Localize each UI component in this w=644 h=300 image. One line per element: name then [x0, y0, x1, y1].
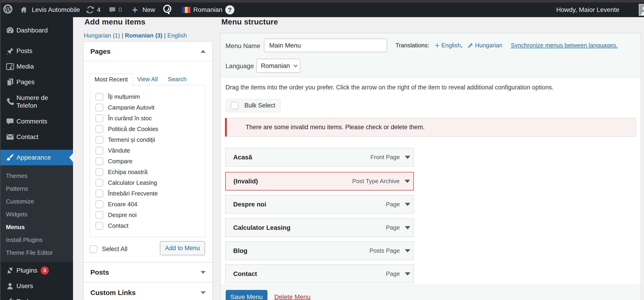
menu-card-footer: Save Menu Delete Menu [221, 285, 641, 300]
avatar[interactable] [639, 3, 644, 17]
updates-icon [86, 6, 94, 14]
posts-icon [6, 46, 14, 56]
page-checklist-row: Contact [96, 220, 205, 231]
performance-plugin-menu[interactable] [162, 3, 172, 17]
updates-menu[interactable]: 4 [86, 3, 101, 17]
window-chrome-strip [0, 0, 644, 3]
page-checklist-row: Vândute [96, 145, 205, 156]
page-checkbox[interactable] [96, 211, 103, 219]
sidebar-item-pages[interactable]: Pages [0, 74, 73, 90]
page-checklist-row: Compare [96, 156, 205, 167]
users-icon [6, 281, 14, 291]
submenu-item-install-plugins[interactable]: Install Plugins [0, 233, 73, 246]
item-options-arrow-icon[interactable] [405, 272, 410, 275]
page-checkbox[interactable] [96, 136, 103, 143]
translations-label: Translations: [396, 42, 429, 49]
menu-item-despre-noi[interactable]: Despre noi Page [225, 195, 414, 214]
my-account-menu[interactable]: Howdy, Maior Levente [556, 3, 620, 17]
item-options-arrow-icon[interactable] [405, 249, 410, 252]
language-select[interactable]: Romanian [256, 59, 300, 73]
site-menu[interactable]: Levis Automobile [20, 3, 80, 17]
page-checkbox[interactable] [96, 179, 103, 187]
page-checkbox[interactable] [96, 158, 103, 165]
page-checklist-row: Politică de Cookies [96, 124, 205, 134]
page-checkbox[interactable] [96, 104, 103, 111]
page-checkbox[interactable] [96, 125, 103, 133]
sidebar-item-plugins[interactable]: Plugins 3 [0, 263, 73, 278]
item-options-arrow-icon[interactable] [404, 180, 410, 183]
menu-structure-heading: Menu structure [221, 17, 278, 26]
pages-postbox-header[interactable]: Pages [84, 42, 212, 61]
new-content-menu[interactable]: New [132, 3, 155, 17]
bulk-select-control: Bulk Select [226, 99, 280, 112]
page-checkbox[interactable] [96, 114, 103, 122]
add-to-menu-button[interactable]: Add to Menu [160, 241, 205, 255]
translation-hungarian-link[interactable]: Hungarian [475, 42, 502, 49]
new-label: New [142, 6, 155, 14]
page-checkbox[interactable] [96, 147, 103, 154]
sidebar-item-posts[interactable]: Posts [0, 43, 73, 59]
synchronize-menus-link[interactable]: Synchronize menus between languages. [511, 42, 618, 49]
menu-item-invalid[interactable]: (Invalid) Post Type Archive [225, 172, 414, 191]
translation-english-link[interactable]: English [441, 42, 461, 49]
page-checkbox[interactable] [96, 222, 103, 230]
menu-separator [0, 145, 73, 150]
item-options-arrow-icon[interactable] [405, 226, 410, 229]
posts-postbox-header[interactable]: Posts [84, 262, 212, 282]
translations-row: Translations: English, Hungarian Synchro… [396, 39, 618, 52]
menu-name-input[interactable] [264, 39, 387, 52]
expand-arrow-icon[interactable] [200, 291, 206, 294]
menu-item-calculator-leasing[interactable]: Calculator Leasing Page [225, 218, 414, 237]
delete-menu-link[interactable]: Delete Menu [274, 290, 310, 300]
updates-count: 4 [97, 6, 101, 14]
help-icon[interactable]: ? [225, 5, 234, 15]
submenu-item-widgets[interactable]: Widgets [0, 208, 73, 221]
page-checklist-row: În curând în stoc [96, 113, 205, 124]
page-checkbox[interactable] [96, 190, 103, 197]
tab-most-recent[interactable]: Most Recent [90, 73, 133, 85]
language-filter-links: Hungarian (1) | Romanian (3) | English [84, 32, 187, 39]
menu-item-blog[interactable]: Blog Posts Page [225, 241, 414, 260]
appearance-submenu: Themes Patterns Customize Widgets Menus … [0, 165, 73, 262]
lang-link-hungarian[interactable]: Hungarian (1) [84, 32, 120, 39]
page-checkbox[interactable] [96, 93, 103, 101]
sidebar-item-numere-de-telefon[interactable]: Numere de Telefon [0, 90, 73, 114]
sidebar-item-media[interactable]: Media [0, 59, 73, 74]
page-checklist-row: Eroare 404 [96, 199, 205, 210]
lang-link-romanian[interactable]: Romanian (3) [125, 32, 162, 39]
page-checklist-row: Termeni și condiții [96, 134, 205, 145]
save-menu-button[interactable]: Save Menu [226, 290, 268, 300]
phone-icon [6, 97, 14, 106]
collapse-arrow-icon[interactable] [200, 50, 206, 53]
sidebar-item-comments[interactable]: Comments [0, 114, 73, 129]
sidebar-item-appearance[interactable]: Appearance [0, 150, 73, 165]
wordpress-logo-menu[interactable] [3, 3, 12, 17]
language-switcher-menu[interactable]: Romanian ? [182, 3, 234, 17]
sidebar-item-contact[interactable]: Contact [0, 129, 73, 145]
page-checkbox[interactable] [96, 201, 103, 208]
item-options-arrow-icon[interactable] [405, 203, 410, 206]
comments-menu[interactable]: 0 [109, 3, 122, 17]
language-select-label: Language [226, 62, 254, 70]
item-options-arrow-icon[interactable] [405, 156, 410, 159]
select-all-checkbox[interactable] [90, 245, 97, 253]
submenu-item-customize[interactable]: Customize [0, 195, 73, 208]
menu-item-acasa[interactable]: Acasă Front Page [225, 148, 414, 167]
custom-links-postbox-header[interactable]: Custom Links [84, 282, 212, 300]
submenu-item-patterns[interactable]: Patterns [0, 182, 73, 195]
lang-link-english[interactable]: English [167, 32, 187, 39]
tab-search[interactable]: Search [168, 73, 187, 85]
submenu-item-menus[interactable]: Menus [0, 221, 73, 233]
bulk-select-checkbox[interactable] [231, 102, 238, 109]
tab-view-all[interactable]: View All [136, 73, 158, 85]
custom-links-title: Custom Links [90, 289, 136, 296]
page-checkbox[interactable] [96, 168, 103, 176]
sidebar-item-tools[interactable]: Tools [0, 294, 73, 300]
submenu-item-themes[interactable]: Themes [0, 170, 73, 182]
sidebar-item-users[interactable]: Users [0, 278, 73, 294]
expand-arrow-icon[interactable] [200, 271, 206, 274]
menu-item-contact[interactable]: Contact Page [225, 264, 414, 283]
sidebar-item-dashboard[interactable]: Dashboard [0, 23, 73, 38]
submenu-item-theme-file-editor[interactable]: Theme File Editor [0, 246, 73, 259]
page-checklist-row: Îți mulțumim [96, 91, 205, 102]
